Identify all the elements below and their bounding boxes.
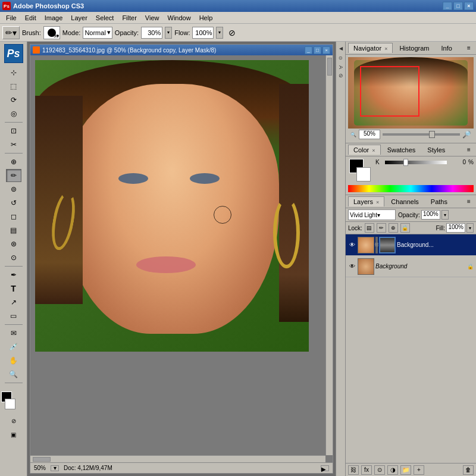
slice-tool[interactable]: ✂ (6, 138, 21, 151)
new-group-btn[interactable]: 📁 (400, 465, 411, 475)
layer-item-0[interactable]: 👁 ⛓ Background... (346, 234, 476, 256)
crop-tool[interactable]: ⊡ (6, 124, 21, 137)
maximize-button[interactable]: □ (453, 2, 463, 10)
gradient-tool[interactable]: ▤ (6, 224, 21, 237)
horizontal-scrollbar[interactable] (30, 455, 325, 462)
lock-move-btn[interactable]: ⊕ (389, 223, 398, 233)
hand-tool[interactable]: ✋ (6, 354, 21, 367)
zoom-tool[interactable]: 🔍 (6, 368, 21, 381)
tab-layers[interactable]: Layers × (348, 196, 384, 206)
color-spectrum-bar[interactable] (348, 185, 474, 192)
side-text-tool[interactable]: A (338, 65, 344, 69)
airbrush-toggle[interactable]: ⊘ (226, 26, 239, 39)
tool-preset-picker[interactable]: ✏▾ (2, 26, 20, 39)
scroll-thumb-h[interactable] (33, 457, 51, 462)
type-tool[interactable]: T (6, 282, 21, 295)
color-menu-button[interactable]: ≡ (464, 145, 474, 155)
menu-file[interactable]: File (2, 13, 20, 23)
blend-mode-selector[interactable]: Vivid Light ▾ (348, 209, 396, 220)
navigator-menu-button[interactable]: ≡ (464, 43, 474, 53)
doc-close[interactable]: × (322, 46, 330, 54)
add-mask-btn[interactable]: ⊙ (374, 465, 385, 475)
lock-transparent-btn[interactable]: ▤ (365, 223, 374, 233)
tab-histogram[interactable]: Histogram (394, 43, 434, 53)
doc-controls[interactable]: _ □ × (305, 46, 330, 54)
menu-select[interactable]: Select (92, 13, 118, 23)
fill-arrow-btn[interactable]: ▾ (466, 223, 474, 233)
minimize-button[interactable]: _ (443, 2, 452, 10)
menu-help[interactable]: Help (196, 13, 217, 23)
layer-1-visibility[interactable]: 👁 (348, 262, 356, 271)
canvas-area[interactable] (30, 55, 333, 462)
tab-channels[interactable]: Channels (386, 196, 424, 206)
new-layer-btn[interactable]: + (414, 465, 424, 475)
screen-mode-btn[interactable]: ▣ (6, 428, 21, 441)
zoom-slider[interactable] (383, 133, 460, 136)
notes-tool[interactable]: ✉ (6, 327, 21, 340)
add-style-btn[interactable]: fx (361, 465, 372, 475)
scroll-right-btn[interactable]: ▶ (321, 465, 329, 471)
opacity-arrow-btn[interactable]: ▾ (441, 210, 449, 220)
dodge-tool[interactable]: ⊙ (6, 251, 21, 264)
zoom-out-btn[interactable]: 🔍 (350, 132, 356, 137)
brush-dropdown-arrow[interactable]: ▾ (57, 33, 59, 39)
title-bar-controls[interactable]: _ □ × (443, 2, 474, 10)
tab-paths[interactable]: Paths (425, 196, 453, 206)
color-k-value[interactable]: 0 (449, 159, 466, 165)
close-button[interactable]: × (464, 2, 474, 10)
zoom-in-btn[interactable]: 🔎 (462, 130, 471, 139)
zoom-slider-thumb[interactable] (429, 131, 435, 138)
brush-tool[interactable]: ✏ (6, 169, 21, 182)
move-tool[interactable]: ⊹ (6, 66, 21, 79)
side-nav-btn[interactable]: ◀ (337, 44, 345, 52)
tab-navigator[interactable]: Navigator × (348, 43, 393, 53)
opacity-input[interactable]: 100% (421, 210, 440, 220)
delete-layer-btn[interactable]: 🗑 (463, 465, 474, 475)
healing-tool[interactable]: ⊕ (6, 155, 21, 168)
blend-mode-dropdown[interactable]: Normal ▾ (83, 27, 112, 39)
doc-minimize[interactable]: _ (305, 46, 312, 54)
shape-tool[interactable]: ▭ (6, 309, 21, 322)
menu-layer[interactable]: Layer (67, 13, 91, 23)
blur-tool[interactable]: ⊛ (6, 237, 21, 250)
lasso-tool[interactable]: ⟳ (6, 93, 21, 107)
flow-arrow[interactable]: ▾ (216, 27, 223, 39)
stamp-tool[interactable]: ⊚ (6, 183, 21, 196)
quick-mask-btn[interactable]: ⊘ (6, 414, 21, 427)
path-select-tool[interactable]: ↗ (6, 296, 21, 309)
marquee-tool[interactable]: ⬚ (6, 80, 21, 93)
eraser-tool[interactable]: ◻ (6, 210, 21, 223)
tab-swatches[interactable]: Swatches (382, 145, 421, 155)
zoom-arrow[interactable]: ▾ (51, 465, 59, 471)
tab-styles[interactable]: Styles (422, 145, 450, 155)
layer-item-1[interactable]: 👁 Background 🔒 (346, 256, 476, 277)
menu-filter[interactable]: Filter (118, 13, 140, 23)
menu-edit[interactable]: Edit (21, 13, 40, 23)
fill-input[interactable]: 100% (446, 223, 465, 233)
opacity-arrow[interactable]: ▾ (165, 27, 172, 39)
navigator-viewport-box[interactable] (360, 66, 419, 117)
color-k-thumb[interactable] (403, 159, 408, 166)
color-k-slider[interactable] (385, 161, 447, 164)
quick-select-tool[interactable]: ◎ (6, 107, 21, 120)
menu-window[interactable]: Window (164, 13, 195, 23)
lock-all-btn[interactable]: 🔒 (400, 223, 410, 233)
link-layers-btn[interactable]: ⛓ (348, 465, 359, 475)
pen-tool[interactable]: ✒ (6, 268, 21, 281)
zoom-percent-input[interactable]: 50% (359, 130, 380, 139)
side-option-btn[interactable]: ⊘ (339, 73, 343, 79)
tab-info[interactable]: Info (436, 43, 458, 53)
side-scroll-btn[interactable]: ⊙ (337, 54, 345, 62)
color-background-swatch[interactable] (356, 167, 371, 181)
background-color[interactable] (5, 399, 15, 409)
history-brush[interactable]: ↺ (6, 196, 21, 209)
vertical-scrollbar[interactable] (325, 55, 333, 455)
tab-color[interactable]: Color × (348, 145, 381, 155)
lock-paint-btn[interactable]: ✏ (377, 223, 386, 233)
doc-maximize[interactable]: □ (314, 46, 321, 54)
new-fill-layer-btn[interactable]: ◑ (387, 465, 398, 475)
layer-0-visibility[interactable]: 👁 (348, 241, 356, 249)
menu-image[interactable]: Image (41, 13, 67, 23)
scroll-thumb-v[interactable] (327, 58, 332, 76)
layers-menu-button[interactable]: ≡ (464, 197, 474, 206)
